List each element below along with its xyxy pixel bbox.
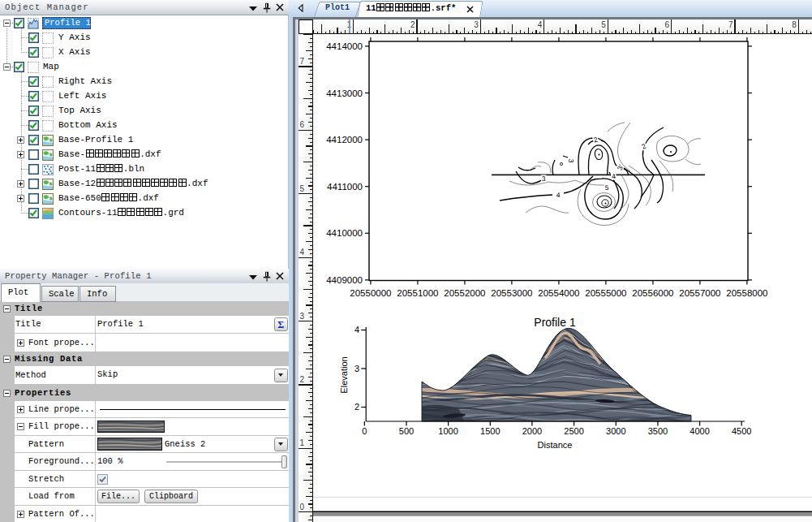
svg-text:20553000: 20553000 <box>491 288 532 298</box>
svg-text:2000: 2000 <box>522 426 542 436</box>
svg-text:5: 5 <box>605 183 609 192</box>
svg-text:1000: 1000 <box>438 426 458 436</box>
svg-text:4: 4 <box>300 248 305 257</box>
svg-text:3: 3 <box>354 364 359 373</box>
svg-text:20554000: 20554000 <box>538 288 579 298</box>
svg-text:3: 3 <box>474 20 479 29</box>
svg-text:4000: 4000 <box>690 426 709 436</box>
svg-text:8: 8 <box>792 20 797 29</box>
svg-text:7: 7 <box>728 20 733 29</box>
svg-text:2: 2 <box>410 20 415 29</box>
svg-text:4412000: 4412000 <box>326 135 363 145</box>
svg-text:4411000: 4411000 <box>327 182 363 192</box>
svg-text:Profile 1: Profile 1 <box>534 316 576 329</box>
svg-text:6: 6 <box>300 120 305 129</box>
svg-text:3: 3 <box>542 175 546 183</box>
svg-text:2: 2 <box>354 402 359 412</box>
svg-text:20551000: 20551000 <box>397 288 438 298</box>
svg-text:0: 0 <box>300 503 305 511</box>
svg-text:20555000: 20555000 <box>585 288 626 298</box>
svg-text:4414000: 4414000 <box>326 41 363 51</box>
svg-text:20558000: 20558000 <box>726 288 767 298</box>
svg-text:4500: 4500 <box>732 426 751 436</box>
svg-text:4410000: 4410000 <box>326 228 363 238</box>
svg-text:5: 5 <box>300 184 305 193</box>
svg-text:3: 3 <box>300 312 305 321</box>
svg-text:20557000: 20557000 <box>679 288 720 298</box>
svg-text:4: 4 <box>354 325 359 334</box>
svg-text:20552000: 20552000 <box>444 288 485 298</box>
svg-text:6: 6 <box>665 20 670 29</box>
svg-text:500: 500 <box>399 426 414 436</box>
svg-text:4409000: 4409000 <box>326 275 363 285</box>
svg-text:4: 4 <box>556 191 561 199</box>
svg-text:2500: 2500 <box>564 426 583 436</box>
svg-text:3: 3 <box>567 159 575 163</box>
svg-text:2: 2 <box>300 375 305 384</box>
svg-text:4413000: 4413000 <box>326 88 363 98</box>
svg-text:Distance: Distance <box>538 440 573 450</box>
svg-text:3500: 3500 <box>648 426 668 436</box>
svg-text:0: 0 <box>362 426 367 436</box>
svg-text:5: 5 <box>601 20 606 29</box>
svg-text:20556000: 20556000 <box>632 288 673 298</box>
svg-text:Elevation: Elevation <box>339 356 349 393</box>
svg-text:1500: 1500 <box>480 426 500 436</box>
svg-text:20550000: 20550000 <box>350 288 391 298</box>
svg-text:4: 4 <box>538 20 543 29</box>
svg-text:1: 1 <box>300 438 305 447</box>
svg-text:7: 7 <box>300 57 305 66</box>
svg-text:3000: 3000 <box>606 426 625 436</box>
